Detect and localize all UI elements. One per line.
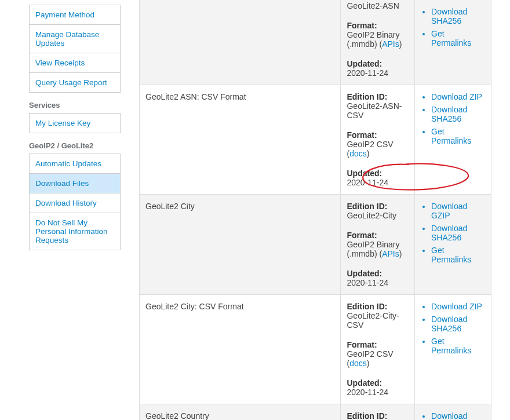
- updated-value: 2020-11-24: [347, 278, 409, 287]
- format-value: GeoIP2 CSV (docs): [347, 140, 409, 158]
- download-link[interactable]: Download ZIP: [431, 92, 482, 101]
- download-link[interactable]: Download ZIP: [431, 302, 482, 311]
- row-description: GeoLite2 ASN: CSV Format: [140, 85, 341, 195]
- sidebar-item-payment-method[interactable]: Payment Method: [30, 5, 120, 25]
- download-link[interactable]: Download GZIP: [431, 411, 467, 420]
- updated-value: 2020-11-24: [347, 68, 409, 78]
- row-metadata: Edition ID:GeoLite2-CityFormat:GeoIP2 Bi…: [341, 195, 415, 295]
- format-label: Format:: [347, 130, 409, 140]
- edition-id-value: GeoLite2-City-CSV: [347, 311, 409, 330]
- format-label: Format:: [347, 340, 409, 349]
- edition-id-value: GeoLite2-City: [347, 211, 409, 220]
- sidebar-item-download-history[interactable]: Download History: [30, 193, 120, 213]
- row-description: GeoLite2 Country: [140, 404, 341, 421]
- sidebar-item-manage-db-updates[interactable]: Manage Database Updates: [30, 25, 120, 53]
- row-description: GeoLite2 City: [140, 195, 341, 295]
- format-label: Format:: [347, 21, 409, 30]
- sidebar-item-my-license-key[interactable]: My License Key: [30, 114, 120, 133]
- updated-label: Updated:: [347, 378, 409, 388]
- download-link[interactable]: Get Permalinks: [431, 246, 471, 264]
- table-row: GeoLite2 CityEdition ID:GeoLite2-CityFor…: [140, 195, 491, 295]
- main-content: GeoLite2-ASNFormat:GeoIP2 Binary (.mmdb)…: [121, 0, 510, 420]
- sidebar-item-view-receipts[interactable]: View Receipts: [30, 53, 120, 73]
- download-link[interactable]: Download SHA256: [431, 105, 467, 123]
- downloads-table: GeoLite2-ASNFormat:GeoIP2 Binary (.mmdb)…: [139, 0, 491, 420]
- format-value: GeoIP2 Binary (.mmdb) (APIs): [347, 30, 409, 49]
- table-row: GeoLite2-ASNFormat:GeoIP2 Binary (.mmdb)…: [140, 0, 491, 85]
- row-description: GeoLite2 City: CSV Format: [140, 295, 341, 404]
- updated-label: Updated:: [347, 169, 409, 178]
- format-label: Format:: [347, 231, 409, 240]
- sidebar-item-query-usage-report[interactable]: Query Usage Report: [30, 73, 120, 92]
- updated-label: Updated:: [347, 269, 409, 278]
- updated-value: 2020-11-24: [347, 178, 409, 187]
- edition-id-value: GeoLite2-ASN: [347, 1, 409, 10]
- download-link[interactable]: Download SHA256: [431, 315, 467, 333]
- download-link[interactable]: Download SHA256: [431, 7, 467, 25]
- sidebar-item-automatic-updates[interactable]: Automatic Updates: [30, 154, 120, 174]
- edition-id-label: Edition ID:: [347, 302, 409, 311]
- updated-value: 2020-11-24: [347, 388, 409, 397]
- apis-link[interactable]: APIs: [382, 39, 399, 49]
- download-link[interactable]: Get Permalinks: [431, 127, 471, 145]
- edition-id-label: Edition ID:: [347, 92, 409, 101]
- row-links: Download ZIPDownload SHA256Get Permalink…: [415, 85, 491, 195]
- row-links: Download GZIPDownload SHA256Get Permalin…: [415, 195, 491, 295]
- sidebar-group-account: Payment Method Manage Database Updates V…: [29, 5, 121, 93]
- sidebar-item-do-not-sell[interactable]: Do Not Sell My Personal Information Requ…: [30, 213, 120, 250]
- table-row: GeoLite2 CountryEdition ID:GeoLite2-Coun…: [140, 404, 491, 421]
- table-row: GeoLite2 ASN: CSV FormatEdition ID:GeoLi…: [140, 85, 491, 195]
- format-value: GeoIP2 CSV (docs): [347, 349, 409, 368]
- download-link[interactable]: Download GZIP: [431, 202, 467, 220]
- sidebar-group-services: My License Key: [29, 113, 121, 133]
- sidebar-label-services: Services: [29, 101, 121, 109]
- row-metadata: Edition ID:GeoLite2-ASN-CSVFormat:GeoIP2…: [341, 85, 415, 195]
- edition-id-label: Edition ID:: [347, 411, 409, 420]
- row-links: Download ZIPDownload SHA256Get Permalink…: [415, 295, 491, 404]
- updated-label: Updated:: [347, 59, 409, 68]
- download-link[interactable]: Get Permalinks: [431, 29, 471, 48]
- download-link[interactable]: Get Permalinks: [431, 337, 471, 355]
- sidebar-group-geoip: Automatic Updates Download Files Downloa…: [29, 154, 121, 250]
- format-value: GeoIP2 Binary (.mmdb) (APIs): [347, 240, 409, 258]
- table-row: GeoLite2 City: CSV FormatEdition ID:GeoL…: [140, 295, 491, 404]
- docs-link[interactable]: docs: [349, 359, 367, 368]
- sidebar: Payment Method Manage Database Updates V…: [0, 0, 121, 250]
- edition-id-value: GeoLite2-ASN-CSV: [347, 101, 409, 120]
- row-description: [140, 0, 341, 85]
- edition-id-label: Edition ID:: [347, 202, 409, 211]
- apis-link[interactable]: APIs: [382, 249, 399, 258]
- row-links: Download GZIPDownload SHA256Get Permalin…: [415, 404, 491, 421]
- download-link[interactable]: Download SHA256: [431, 224, 467, 242]
- docs-link[interactable]: docs: [349, 149, 367, 158]
- row-metadata: Edition ID:GeoLite2-CountryFormat:GeoIP2…: [341, 404, 415, 421]
- row-metadata: Edition ID:GeoLite2-City-CSVFormat:GeoIP…: [341, 295, 415, 404]
- row-metadata: GeoLite2-ASNFormat:GeoIP2 Binary (.mmdb)…: [341, 0, 415, 85]
- sidebar-label-geoip: GeoIP2 / GeoLite2: [29, 141, 121, 150]
- sidebar-item-download-files[interactable]: Download Files: [30, 174, 120, 193]
- row-links: Download SHA256Get Permalinks: [415, 0, 491, 85]
